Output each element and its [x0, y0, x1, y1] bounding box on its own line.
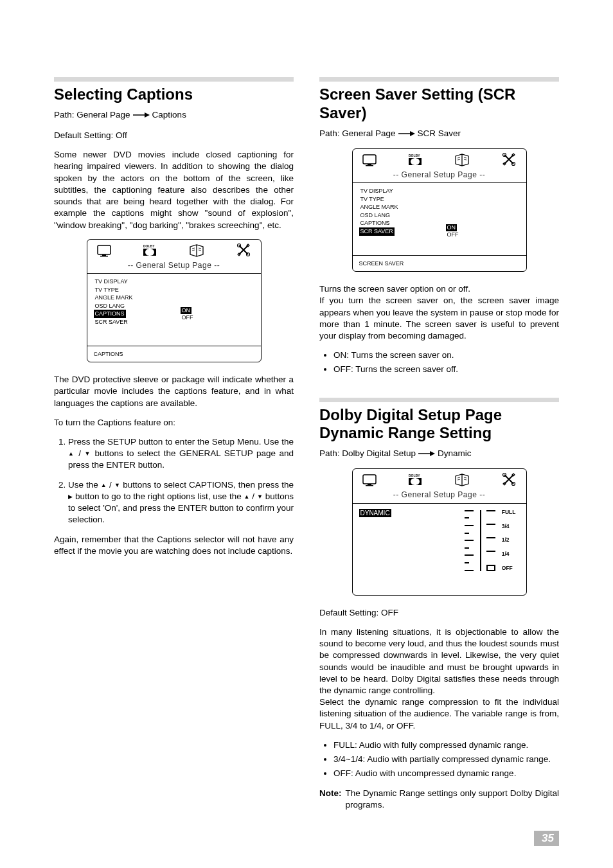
tools-icon — [236, 242, 251, 258]
dolby-icon — [409, 473, 423, 486]
menu-item-selected: CAPTIONS — [94, 310, 126, 318]
setup-body: TV DISPLAY TV TYPE ANGLE MARK OSD LANG C… — [87, 273, 261, 346]
bullet-off: OFF: Turns the screen saver off. — [333, 364, 559, 375]
up-icon: ▲ — [101, 482, 107, 488]
dynamic-body: DYNAMIC — [353, 503, 526, 595]
dynamic-scale: FULL 3/4 1/2 1/4 OFF — [465, 510, 515, 571]
captions-turn-on: To turn the Captions feature on: — [54, 417, 294, 429]
step-2: Use the ▲ / ▼ buttons to select CAPTIONS… — [68, 479, 294, 526]
setup-icon-row — [353, 149, 526, 168]
tv-icon — [96, 243, 113, 257]
step2a: Use the — [68, 480, 101, 490]
path-prefix: Path: Dolby Digital Setup — [319, 448, 416, 459]
dolby-icon — [409, 153, 423, 166]
captions-setup-box: -- General Setup Page -- TV DISPLAY TV T… — [87, 239, 262, 362]
scale-marker-icon — [486, 565, 495, 571]
dolby-setup-box: -- General Setup Page -- DYNAMIC — [352, 468, 527, 595]
captions-closing: Again, remember that the Captions select… — [54, 534, 294, 557]
option-list: ON OFF — [181, 307, 195, 322]
captions-intro: Some newer DVD movies include closed cap… — [54, 149, 294, 231]
scale-ticks-left — [465, 510, 475, 571]
captions-heading: Selecting Captions — [54, 85, 294, 104]
dolby-icon — [143, 244, 157, 256]
step2b: buttons to select CAPTIONS, then press t… — [120, 480, 294, 490]
setup-page-title: -- General Setup Page -- — [353, 488, 526, 502]
menu-item: ANGLE MARK — [94, 294, 254, 302]
step-1: Press the SETUP button to enter the Setu… — [68, 436, 294, 472]
dolby-body2: Select the dynamic range compression to … — [319, 696, 559, 732]
section-rule — [319, 77, 559, 82]
book-icon — [453, 152, 471, 166]
book-icon — [453, 472, 471, 486]
scr-saver-heading: Screen Saver Setting (SCR Saver) — [319, 85, 559, 123]
setup-icon-row — [353, 469, 526, 488]
setup-page-title: -- General Setup Page -- — [353, 168, 526, 182]
option-on: ON — [446, 224, 458, 231]
path-suffix: SCR Saver — [418, 128, 461, 139]
bullet-on: ON: Turns the screen saver on. — [333, 350, 559, 361]
tv-icon — [362, 472, 378, 486]
down-icon: ▼ — [84, 451, 91, 457]
scr-saver-setup-box: -- General Setup Page -- TV DISPLAY TV T… — [352, 148, 527, 272]
up-icon: ▲ — [68, 451, 75, 457]
scale-14: 1/4 — [502, 552, 516, 557]
arrow-icon — [418, 450, 435, 457]
path-suffix: Captions — [152, 109, 186, 121]
path-prefix: Path: General Page — [54, 109, 130, 121]
menu-item: OSD LANG — [359, 211, 520, 220]
section-rule — [319, 398, 559, 402]
arrow-icon — [133, 112, 150, 118]
note: Note: The Dynamic Range settings only su… — [319, 788, 559, 811]
scr-saver-path: Path: General Page SCR Saver — [319, 128, 559, 139]
step1a: Press the SETUP button to enter the Setu… — [68, 437, 294, 447]
scale-34: 3/4 — [502, 524, 516, 529]
scr-body2: If you turn the screen saver on, the scr… — [319, 295, 559, 342]
menu-item: OSD LANG — [94, 302, 254, 310]
step1b: buttons to select the GENERAL SETUP page… — [68, 448, 294, 470]
setup-footer: CAPTIONS — [87, 346, 261, 362]
menu-item: TV DISPLAY — [94, 278, 254, 286]
step2c: button to go to the right options list, … — [73, 492, 244, 501]
setup-footer: SCREEN SAVER — [353, 255, 526, 271]
option-list: ON OFF — [446, 224, 460, 239]
right-column: Screen Saver Setting (SCR Saver) Path: G… — [319, 77, 559, 811]
scr-body1: Turns the screen saver option on or off. — [319, 283, 559, 295]
tools-icon — [501, 152, 517, 167]
bullet-full: FULL: Audio with fully compressed dynami… — [333, 740, 559, 751]
tools-icon — [501, 472, 517, 487]
note-text: The Dynamic Range settings only support … — [346, 788, 560, 811]
option-off: OFF — [446, 231, 460, 238]
book-icon — [188, 243, 206, 257]
dolby-heading: Dolby Digital Setup Page Dynamic Range S… — [319, 406, 559, 443]
down-icon: ▼ — [114, 482, 120, 488]
scale-labels: FULL 3/4 1/2 1/4 OFF — [502, 510, 516, 571]
default-setting: Default Setting: Off — [54, 130, 294, 141]
menu-dynamic: DYNAMIC — [359, 509, 391, 518]
captions-steps: Press the SETUP button to enter the Setu… — [54, 436, 294, 526]
captions-after-box: The DVD protective sleeve or package wil… — [54, 374, 294, 409]
setup-icon-row — [87, 240, 261, 259]
scr-bullets: ON: Turns the screen saver on. OFF: Turn… — [319, 350, 559, 375]
section-rule — [54, 77, 294, 82]
dolby-bullets: FULL: Audio with fully compressed dynami… — [319, 740, 559, 780]
dolby-default: Default Setting: OFF — [319, 607, 559, 619]
arrow-icon — [398, 130, 415, 137]
path-prefix: Path: General Page — [319, 128, 396, 139]
bullet-partial: 3/4~1/4: Audio with partially compressed… — [333, 754, 559, 765]
path-suffix: Dynamic — [438, 448, 472, 459]
down-icon: ▼ — [257, 493, 263, 500]
menu-item: TV TYPE — [359, 195, 520, 204]
scale-divider — [480, 510, 481, 571]
option-on: ON — [181, 307, 192, 314]
setup-body: TV DISPLAY TV TYPE ANGLE MARK OSD LANG C… — [353, 182, 526, 255]
captions-path: Path: General Page Captions — [54, 109, 294, 121]
dolby-path: Path: Dolby Digital Setup Dynamic — [319, 448, 559, 459]
menu-item: CAPTIONS — [359, 219, 520, 227]
setup-page-title: -- General Setup Page -- — [87, 259, 261, 273]
dolby-body1: In many listening situations, it is obje… — [319, 626, 559, 696]
page-number: 35 — [534, 831, 559, 846]
left-column: Selecting Captions Path: General Page Ca… — [54, 77, 294, 811]
scale-full: FULL — [502, 510, 516, 515]
up-icon: ▲ — [244, 493, 250, 500]
menu-item: TV TYPE — [94, 286, 254, 294]
